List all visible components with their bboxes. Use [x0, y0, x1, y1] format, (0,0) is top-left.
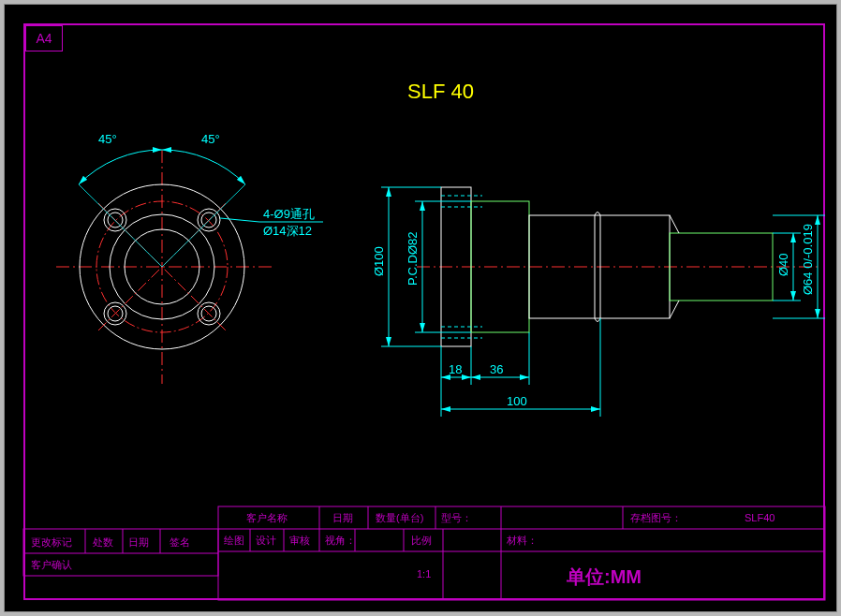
svg-text:数量(单台): 数量(单台) — [376, 512, 423, 523]
svg-line-18 — [220, 218, 259, 222]
svg-line-27 — [670, 215, 679, 233]
side-view: Ø100 P.C.DØ82 Ø40 Ø64 0/-0.019 18 36 — [372, 187, 825, 417]
hole-spec: 4-Ø9通孔 — [263, 207, 315, 221]
dim-l18: 18 — [449, 362, 462, 376]
angle-left: 45° — [98, 132, 117, 146]
svg-text:签名: 签名 — [170, 536, 190, 548]
svg-text:型号：: 型号： — [441, 512, 472, 523]
unit-label: 单位:MM — [566, 566, 642, 587]
titleblock: 客户名称 日期 数量(单台) 型号： 存档图号： SLF40 绘图 设计 审核 … — [23, 506, 825, 600]
svg-text:更改标记: 更改标记 — [31, 536, 72, 548]
svg-text:视角：: 视角： — [325, 535, 356, 546]
svg-text:比例: 比例 — [411, 535, 432, 546]
cbore-spec: Ø14深12 — [263, 224, 312, 238]
svg-text:存档图号：: 存档图号： — [630, 512, 682, 523]
svg-text:客户名称: 客户名称 — [246, 512, 288, 523]
svg-text:1:1: 1:1 — [417, 568, 431, 579]
front-view: 45° 45° 4-Ø9通孔 Ø14深12 — [56, 132, 323, 384]
svg-text:设计: 设计 — [256, 535, 276, 546]
dim-d64: Ø64 0/-0.019 — [801, 224, 815, 295]
dim-d100: Ø100 — [372, 246, 386, 276]
cad-drawing: 45° 45° 4-Ø9通孔 Ø14深12 — [5, 5, 836, 611]
svg-text:审核: 审核 — [289, 535, 310, 546]
dim-l100: 100 — [507, 394, 527, 408]
dim-d40: Ø40 — [776, 253, 790, 276]
svg-rect-52 — [218, 506, 825, 600]
svg-line-28 — [670, 301, 679, 318]
svg-text:绘图: 绘图 — [224, 535, 244, 546]
archive-number: SLF40 — [745, 512, 775, 523]
svg-text:材料：: 材料： — [506, 535, 538, 546]
svg-text:处数: 处数 — [93, 536, 113, 548]
dim-pcd: P.C.DØ82 — [406, 231, 420, 286]
svg-text:日期: 日期 — [128, 536, 149, 548]
svg-text:日期: 日期 — [332, 512, 353, 523]
angle-right: 45° — [201, 132, 220, 146]
dim-l36: 36 — [490, 362, 503, 376]
svg-text:客户确认: 客户确认 — [31, 559, 72, 570]
